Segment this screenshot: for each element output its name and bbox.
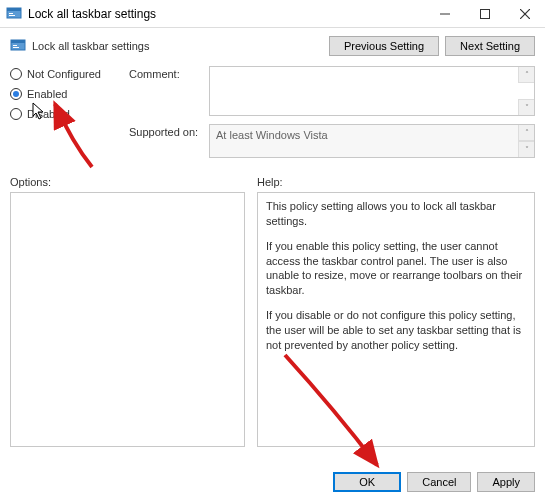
panels-row: Options: Help: This policy setting allow… (10, 176, 535, 447)
titlebar: Lock all taskbar settings (0, 0, 545, 28)
comment-textarea[interactable]: ˄ ˅ (209, 66, 535, 116)
svg-rect-3 (9, 15, 15, 16)
cancel-button[interactable]: Cancel (407, 472, 471, 492)
next-setting-button[interactable]: Next Setting (445, 36, 535, 56)
options-panel (10, 192, 245, 447)
scroll-up-icon[interactable]: ˄ (518, 67, 534, 83)
previous-setting-button[interactable]: Previous Setting (329, 36, 439, 56)
radio-icon (10, 68, 22, 80)
content-area: Lock all taskbar settings Previous Setti… (0, 28, 545, 457)
scroll-down-icon[interactable]: ˅ (518, 141, 534, 157)
options-column: Options: (10, 176, 245, 447)
apply-button[interactable]: Apply (477, 472, 535, 492)
radio-disabled[interactable]: Disabled (10, 108, 125, 120)
comment-label: Comment: (129, 66, 209, 116)
radio-icon (10, 108, 22, 120)
minimize-button[interactable] (425, 0, 465, 28)
help-paragraph: This policy setting allows you to lock a… (266, 199, 526, 229)
policy-icon (10, 38, 26, 54)
svg-rect-9 (11, 40, 25, 43)
radio-label: Not Configured (27, 68, 101, 80)
settings-row: Not Configured Enabled Disabled Comment:… (10, 66, 535, 166)
svg-rect-10 (13, 45, 17, 46)
page-title: Lock all taskbar settings (32, 40, 149, 52)
svg-rect-1 (7, 8, 21, 11)
radio-label: Enabled (27, 88, 67, 100)
help-paragraph: If you disable or do not configure this … (266, 308, 526, 353)
radio-label: Disabled (27, 108, 70, 120)
state-radio-group: Not Configured Enabled Disabled (10, 66, 125, 166)
scroll-down-icon[interactable]: ˅ (518, 99, 534, 115)
maximize-button[interactable] (465, 0, 505, 28)
svg-rect-2 (9, 13, 13, 14)
svg-rect-11 (13, 47, 19, 48)
supported-label: Supported on: (129, 124, 209, 158)
help-panel: This policy setting allows you to lock a… (257, 192, 535, 447)
help-column: Help: This policy setting allows you to … (257, 176, 535, 447)
window-title: Lock all taskbar settings (28, 7, 425, 21)
app-icon (6, 6, 22, 22)
radio-icon (10, 88, 22, 100)
field-column: Comment: ˄ ˅ Supported on: At least Wind… (129, 66, 535, 166)
dialog-buttons: OK Cancel Apply (333, 472, 535, 492)
window-controls (425, 0, 545, 28)
supported-row: Supported on: At least Windows Vista ˄ ˅ (129, 124, 535, 158)
svg-rect-5 (481, 9, 490, 18)
supported-value: At least Windows Vista (216, 129, 328, 141)
close-button[interactable] (505, 0, 545, 28)
radio-not-configured[interactable]: Not Configured (10, 68, 125, 80)
supported-on-box: At least Windows Vista ˄ ˅ (209, 124, 535, 158)
ok-button[interactable]: OK (333, 472, 401, 492)
scroll-up-icon[interactable]: ˄ (518, 125, 534, 141)
header-row: Lock all taskbar settings Previous Setti… (10, 36, 535, 56)
comment-row: Comment: ˄ ˅ (129, 66, 535, 116)
help-label: Help: (257, 176, 535, 188)
options-label: Options: (10, 176, 245, 188)
help-paragraph: If you enable this policy setting, the u… (266, 239, 526, 298)
radio-enabled[interactable]: Enabled (10, 88, 125, 100)
